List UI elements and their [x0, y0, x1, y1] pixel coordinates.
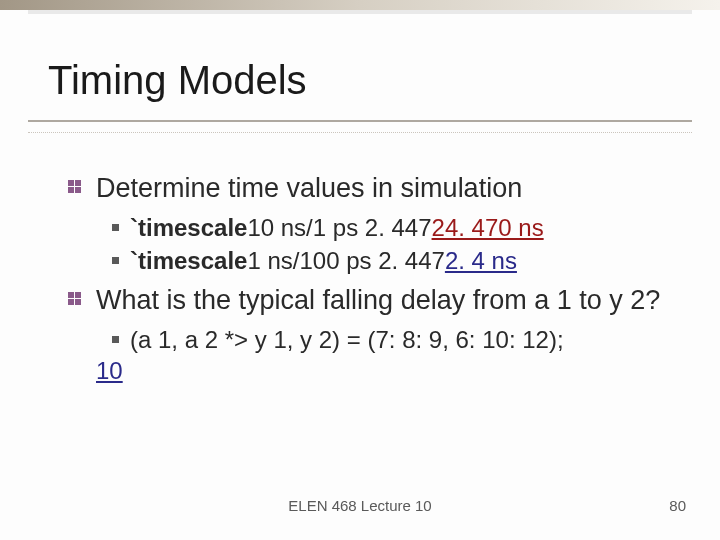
- emphasis: 24. 470 ns: [432, 214, 544, 241]
- code-text: 10 ns/1 ps 2. 447: [247, 212, 431, 243]
- code-text: 1 ns/100 ps 2. 447: [247, 245, 444, 276]
- code-text: (a 1, a 2 *> y 1, y 2) = (7: 8: 9, 6: 10…: [130, 326, 564, 353]
- code-keyword: `timescale: [130, 214, 247, 241]
- bullet-level1: What is the typical falling delay from a…: [96, 284, 680, 318]
- bullet-level2: (a 1, a 2 *> y 1, y 2) = (7: 8: 9, 6: 10…: [96, 324, 680, 386]
- footer-center: ELEN 468 Lecture 10: [0, 497, 720, 514]
- title-decoration: [0, 0, 720, 10]
- bullet-icon: [112, 336, 119, 343]
- bullet-level2: `timescale 10 ns/1 ps 2. 447 24. 470 ns: [96, 212, 680, 243]
- bullet-text: What is the typical falling delay from a…: [96, 285, 660, 315]
- bullet-level2: `timescale 1 ns/100 ps 2. 447 2. 4 ns: [96, 245, 680, 276]
- footer-page-number: 80: [669, 497, 686, 514]
- bullet-text: Determine time values in simulation: [96, 173, 522, 203]
- code-keyword: `timescale: [130, 247, 247, 274]
- slide-title: Timing Models: [48, 58, 307, 103]
- emphasis: 2. 4 ns: [445, 247, 517, 274]
- emphasis: 10: [96, 357, 123, 384]
- bullet-level1: Determine time values in simulation: [96, 172, 680, 206]
- slide-body: Determine time values in simulation `tim…: [96, 172, 680, 386]
- spacer: [96, 276, 680, 284]
- bullet-icon: [112, 257, 119, 264]
- title-shadow: [28, 10, 692, 14]
- bullet-icon: [68, 180, 82, 194]
- bullet-icon: [68, 292, 82, 306]
- title-underline: [28, 120, 692, 133]
- slide: Timing Models Determine time values in s…: [0, 0, 720, 540]
- bullet-icon: [112, 224, 119, 231]
